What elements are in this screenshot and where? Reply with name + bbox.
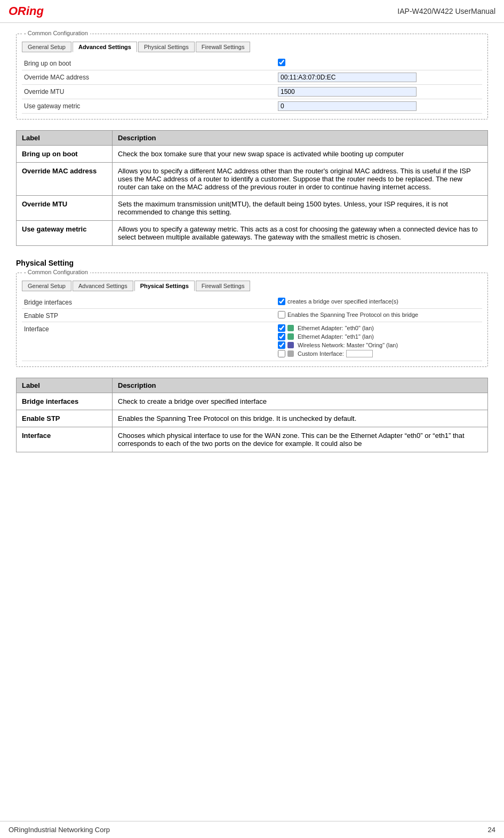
tab-physical-settings[interactable]: Physical Settings: [138, 42, 195, 52]
bring-up-label: Bring up on boot: [22, 60, 278, 67]
phys-row-bridge: Bridge interfaces creates a bridge over …: [22, 296, 482, 309]
table-row: Override MAC address Allows you to speci…: [17, 163, 488, 196]
interface-eth1-text: Ethernet Adapter: "eth1" (lan): [298, 333, 374, 340]
col-label-header: Label: [17, 131, 113, 146]
eth1-icon: [287, 333, 294, 340]
form-row-mtu: Override MTU: [22, 85, 482, 99]
mac-input[interactable]: [278, 73, 417, 82]
wireless-icon: [287, 342, 294, 348]
row-desc: Enables the Spanning Tree Protocol on th…: [113, 410, 488, 427]
advanced-desc-table: Label Description Bring up on boot Check…: [16, 130, 488, 246]
interface-eth1-checkbox[interactable]: [278, 333, 285, 340]
table-row: Override MTU Sets the maximum transmissi…: [17, 196, 488, 221]
page-footer: ORingIndustrial Networking Corp 24: [0, 821, 504, 838]
physical-tabs: General Setup Advanced Settings Physical…: [22, 281, 482, 291]
stp-check-text: Enables the Spanning Tree Protocol on th…: [287, 312, 418, 318]
tab-firewall-settings[interactable]: Firewall Settings: [196, 42, 251, 52]
bring-up-checkbox[interactable]: [278, 59, 285, 66]
form-row-bring-up: Bring up on boot: [22, 57, 482, 70]
phys-row-interface: Interface Ethernet Adapter: "eth0" (lan)…: [22, 322, 482, 361]
interface-wireless-line: Wireless Network: Master "Oring" (lan): [278, 341, 482, 349]
phys-col-desc-header: Description: [113, 378, 488, 393]
gateway-label: Use gateway metric: [22, 102, 278, 110]
table-row: Interface Chooses which physical interfa…: [17, 427, 488, 452]
advanced-config-box: - Common Configuration General Setup Adv…: [16, 34, 488, 119]
advanced-tabs: General Setup Advanced Settings Physical…: [22, 42, 482, 52]
tab-general-setup[interactable]: General Setup: [22, 42, 71, 52]
mtu-input[interactable]: [278, 87, 417, 97]
table-row: Bring up on boot Check the box tomake su…: [17, 146, 488, 163]
gateway-input[interactable]: [278, 101, 417, 111]
row-desc: Sets the maximum transmission unit(MTU),…: [113, 196, 488, 221]
interface-custom-checkbox[interactable]: [278, 350, 285, 357]
bridge-label: Bridge interfaces: [22, 298, 278, 306]
eth0-icon: [287, 325, 294, 331]
physical-config-title: - Common Configuration: [22, 269, 90, 275]
tab-phys-advanced-settings[interactable]: Advanced Settings: [73, 281, 133, 291]
col-desc-header: Description: [113, 131, 488, 146]
physical-section-heading: Physical Setting: [16, 259, 488, 267]
interface-eth1-line: Ethernet Adapter: "eth1" (lan): [278, 333, 482, 340]
row-desc: Allows you to specify a different MAC ad…: [113, 163, 488, 196]
row-desc: Chooses which physical interface to use …: [113, 427, 488, 452]
interface-eth0-line: Ethernet Adapter: "eth0" (lan): [278, 324, 482, 332]
header-title: IAP-W420/W422 UserManual: [397, 7, 495, 15]
footer-page-number: 24: [488, 826, 495, 834]
physical-desc-table: Label Description Bridge interfaces Chec…: [16, 378, 488, 452]
bridge-value: creates a bridge over specified interfac…: [278, 298, 482, 306]
interface-custom-line: Custom Interface:: [278, 350, 482, 357]
bridge-check-line: creates a bridge over specified interfac…: [278, 298, 482, 305]
interface-eth0-text: Ethernet Adapter: "eth0" (lan): [298, 325, 374, 331]
physical-config-box: - Common Configuration General Setup Adv…: [16, 273, 488, 367]
page-header: ORing IAP-W420/W422 UserManual: [0, 0, 504, 23]
footer-company: ORingIndustrial Networking Corp: [9, 826, 110, 834]
tab-phys-general-setup[interactable]: General Setup: [22, 281, 71, 291]
form-row-mac: Override MAC address: [22, 70, 482, 85]
interface-wireless-text: Wireless Network: Master "Oring" (lan): [298, 342, 398, 348]
interface-custom-text: Custom Interface:: [298, 350, 344, 357]
mac-label: Override MAC address: [22, 74, 278, 81]
row-desc: Check the box tomake sure that your new …: [113, 146, 488, 163]
row-label: Interface: [17, 427, 113, 452]
stp-checkbox[interactable]: [278, 311, 285, 318]
interface-wireless-checkbox[interactable]: [278, 341, 285, 349]
table-row: Enable STP Enables the Spanning Tree Pro…: [17, 410, 488, 427]
bridge-checkbox[interactable]: [278, 298, 285, 305]
main-content: - Common Configuration General Setup Adv…: [0, 23, 504, 476]
row-desc: Check to create a bridge over specified …: [113, 393, 488, 410]
row-label: Use gateway metric: [17, 221, 113, 246]
bridge-check-text: creates a bridge over specified interfac…: [287, 298, 398, 305]
tab-advanced-settings[interactable]: Advanced Settings: [73, 42, 137, 52]
custom-icon: [287, 350, 294, 357]
interface-label: Interface: [22, 324, 278, 333]
custom-interface-input[interactable]: [346, 350, 373, 357]
logo: ORing: [9, 4, 44, 18]
gateway-value: [278, 101, 482, 111]
tab-phys-firewall-settings[interactable]: Firewall Settings: [196, 281, 251, 291]
advanced-config-title: - Common Configuration: [22, 30, 90, 36]
mac-value: [278, 73, 482, 82]
stp-value: Enables the Spanning Tree Protocol on th…: [278, 311, 482, 320]
stp-label: Enable STP: [22, 311, 278, 320]
form-row-gateway: Use gateway metric: [22, 99, 482, 114]
logo-text: ORing: [9, 4, 44, 18]
table-row: Bridge interfaces Check to create a brid…: [17, 393, 488, 410]
phys-col-label-header: Label: [17, 378, 113, 393]
mtu-value: [278, 87, 482, 97]
phys-row-stp: Enable STP Enables the Spanning Tree Pro…: [22, 309, 482, 322]
row-label: Override MAC address: [17, 163, 113, 196]
bring-up-value: [278, 59, 482, 68]
tab-phys-physical-settings[interactable]: Physical Settings: [134, 281, 195, 291]
row-label: Enable STP: [17, 410, 113, 427]
stp-check-line: Enables the Spanning Tree Protocol on th…: [278, 311, 482, 318]
mtu-label: Override MTU: [22, 88, 278, 95]
interface-eth0-checkbox[interactable]: [278, 324, 285, 332]
row-desc: Allows you to specify a gateway metric. …: [113, 221, 488, 246]
row-label: Override MTU: [17, 196, 113, 221]
table-row: Use gateway metric Allows you to specify…: [17, 221, 488, 246]
row-label: Bridge interfaces: [17, 393, 113, 410]
row-label: Bring up on boot: [17, 146, 113, 163]
interface-value: Ethernet Adapter: "eth0" (lan) Ethernet …: [278, 324, 482, 358]
